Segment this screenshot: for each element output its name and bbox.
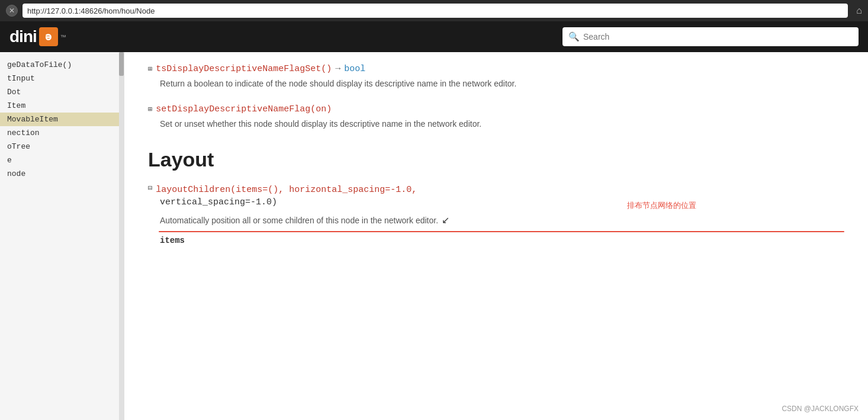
expand-icon-1[interactable]: ⊞ [148, 65, 152, 73]
main-layout: geDataToFile() tInput Dot Item MovableIt… [0, 52, 868, 420]
method-return-1: bool [344, 64, 365, 74]
method-entry-1: ⊞ tsDisplayDescriptiveNameFlagSet() → bo… [148, 64, 844, 90]
sidebar-item-7[interactable]: e [0, 153, 124, 167]
annotation-underline [159, 231, 844, 232]
cursor-indicator: ↙ [442, 213, 449, 227]
method-desc-2: Set or unset whether this node should di… [148, 118, 844, 130]
content-area: ⊞ tsDisplayDescriptiveNameFlagSet() → bo… [124, 52, 868, 420]
method-desc-1: Return a boolean to indicate of the node… [148, 78, 844, 90]
sidebar-item-1[interactable]: tInput [0, 72, 124, 85]
method-name-2: setDisplayDescriptiveNameFlag(on) [156, 104, 332, 114]
sidebar-items: geDataToFile() tInput Dot Item MovableIt… [0, 52, 124, 187]
browser-close-button[interactable]: ✕ [6, 5, 18, 17]
scrollbar-thumb[interactable] [119, 52, 124, 76]
expand-icon-2[interactable]: ⊞ [148, 105, 152, 114]
app-header: dini ə ™ 🔍 [0, 21, 868, 52]
method-signature-2: ⊞ setDisplayDescriptiveNameFlag(on) [148, 104, 844, 114]
method-entry-2: ⊞ setDisplayDescriptiveNameFlag(on) Set … [148, 104, 844, 130]
home-button[interactable]: ⌂ [856, 5, 862, 16]
layout-method-entry: ⊟ layoutChildren(items=(), horizontal_sp… [148, 183, 844, 245]
browser-chrome: ✕ http://127.0.0.1:48626/hom/hou/Node ⌂ [0, 0, 868, 21]
sidebar-item-4[interactable]: MovableItem [0, 113, 124, 126]
sidebar-item-3[interactable]: Item [0, 99, 124, 113]
layout-method-desc-container: 排布节点网络的位置 Automatically position all or … [148, 213, 844, 227]
sidebar-item-0[interactable]: geDataToFile() [0, 58, 124, 72]
layout-method-sig: ⊟ layoutChildren(items=(), horizontal_sp… [148, 183, 844, 197]
method-name-1: tsDisplayDescriptiveNameFlagSet() [156, 64, 332, 74]
logo-trademark: ™ [60, 34, 66, 40]
url-text: http://127.0.0.1:48626/hom/hou/Node [27, 7, 155, 15]
csdn-watermark: CSDN @JACKLONGFX [782, 405, 859, 413]
logo-icon: ə [39, 27, 58, 46]
search-input[interactable] [583, 32, 853, 41]
logo: dini ə ™ [9, 27, 66, 46]
sidebar-item-8[interactable]: node [0, 167, 124, 181]
url-bar[interactable]: http://127.0.0.1:48626/hom/hou/Node [22, 4, 848, 18]
section-title-layout: Layout [148, 148, 844, 171]
search-bar[interactable]: 🔍 [562, 27, 859, 46]
logo-text: dini [9, 27, 37, 46]
sidebar-item-6[interactable]: oTree [0, 140, 124, 153]
layout-method-line2: vertical_spacing=-1.0) [148, 197, 844, 207]
sidebar: geDataToFile() tInput Dot Item MovableIt… [0, 52, 124, 420]
expand-icon-layout[interactable]: ⊟ [148, 183, 152, 194]
method-arrow-1: → [335, 64, 340, 74]
annotation-text: 排布节点网络的位置 [627, 200, 696, 211]
layout-method-desc: Automatically position all or some child… [160, 216, 449, 225]
sidebar-item-2[interactable]: Dot [0, 85, 124, 99]
method-signature-1: ⊞ tsDisplayDescriptiveNameFlagSet() → bo… [148, 64, 844, 74]
sidebar-item-5[interactable]: nection [0, 126, 124, 140]
search-icon: 🔍 [568, 31, 580, 42]
scrollbar[interactable] [119, 52, 124, 420]
layout-method-name: layoutChildren(items=(), horizontal_spac… [156, 183, 417, 197]
items-label: items [148, 236, 844, 245]
